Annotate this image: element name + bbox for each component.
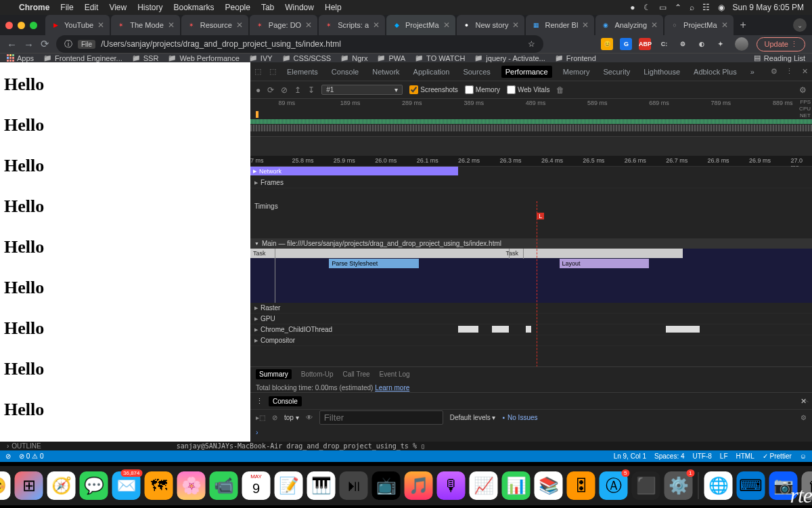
browser-tab[interactable]: ○ProjectMa✕ — [664, 15, 734, 35]
devtools-panel-tab[interactable]: Network — [369, 64, 402, 80]
battery-icon[interactable]: ▭ — [659, 3, 667, 12]
gpu-track[interactable]: GPU — [250, 314, 812, 324]
vscode-terminal[interactable]: sanjay@SANJAYs-MacBook-Air drag_and_drop… — [177, 442, 425, 450]
dock-app-icon[interactable]: Ⓐ5 — [600, 471, 628, 500]
bookmark-star-icon[interactable]: ☆ — [528, 39, 535, 49]
back-button[interactable]: ← — [7, 39, 17, 50]
dock-app-icon[interactable]: 🎛 — [567, 471, 595, 500]
control-center-icon[interactable]: ☷ — [702, 3, 710, 12]
bookmark-folder[interactable]: jquery - Activate... — [474, 54, 545, 62]
status-icon[interactable]: ● — [630, 3, 635, 12]
frames-track[interactable]: Frames — [250, 177, 812, 188]
menu-window[interactable]: Window — [285, 3, 314, 12]
vscode-lang[interactable]: HTML — [736, 452, 754, 460]
browser-tab[interactable]: ▶YouTube✕ — [45, 15, 110, 35]
perf-settings-icon[interactable]: ⚙ — [799, 85, 807, 95]
menu-view[interactable]: View — [109, 3, 127, 12]
task-bar-1[interactable]: Task — [250, 249, 503, 258]
vscode-outline[interactable]: › OUTLINE — [7, 442, 41, 450]
console-clear-icon[interactable]: ⊘ — [272, 414, 277, 421]
forward-button[interactable]: → — [24, 39, 34, 50]
maximize-window-button[interactable] — [30, 22, 37, 29]
extension-icon[interactable]: ◐ — [696, 38, 708, 50]
search-icon[interactable]: ⌕ — [690, 3, 694, 12]
flame-ruler[interactable]: 7 ms25.8 ms25.9 ms26.0 ms26.1 ms26.2 ms2… — [250, 156, 812, 167]
dock-app-icon[interactable]: 📊 — [502, 471, 531, 500]
dock-app-icon[interactable]: 🌐 — [704, 471, 733, 500]
dock-app-icon[interactable]: 🎵 — [405, 471, 433, 500]
webvitals-checkbox[interactable]: Web Vitals — [507, 85, 549, 94]
screenshots-checkbox[interactable]: Screenshots — [409, 85, 458, 94]
new-tab-button[interactable]: + — [735, 19, 752, 31]
minimize-window-button[interactable] — [18, 22, 25, 29]
dock-app-icon[interactable]: ✉️36,874 — [112, 471, 141, 500]
bookmark-folder[interactable]: Web Performance — [168, 54, 239, 62]
dock-app-icon[interactable]: 😊 — [0, 471, 11, 500]
overview-timeline[interactable]: 89 ms189 ms289 ms389 ms489 ms589 ms689 m… — [250, 99, 812, 137]
page-info-icon[interactable]: ⓘ — [64, 39, 72, 50]
console-settings-icon[interactable]: ⚙ — [800, 414, 807, 421]
raster-track[interactable]: Raster — [250, 303, 812, 314]
layout-bar[interactable]: Layout — [560, 259, 650, 268]
dock-app-icon[interactable]: 🎹 — [307, 471, 336, 500]
dock-app-icon[interactable]: 🗺 — [145, 471, 173, 500]
devtools-panel-tab[interactable]: Performance — [501, 66, 552, 78]
dock-app-icon[interactable]: 📺 — [372, 471, 401, 500]
devtools-menu-icon[interactable]: ⋮ — [786, 67, 793, 76]
console-tab[interactable]: Console — [269, 396, 302, 406]
parse-stylesheet-bar[interactable]: Parse Stylesheet — [329, 259, 419, 268]
dnd-icon[interactable]: ☾ — [644, 3, 651, 12]
wifi-icon[interactable]: ⌃ — [675, 3, 681, 12]
siri-icon[interactable]: ◉ — [718, 3, 725, 12]
tab-close-icon[interactable]: ✕ — [97, 20, 104, 30]
dock-app-icon[interactable]: 📈 — [470, 471, 498, 500]
memory-checkbox[interactable]: Memory — [465, 85, 500, 94]
browser-tab[interactable]: ✶Resource✕ — [181, 15, 248, 35]
vscode-prettier[interactable]: ✓ Prettier — [763, 452, 792, 460]
devtools-panel-tab[interactable]: Security — [600, 64, 633, 80]
menu-bookmarks[interactable]: Bookmarks — [174, 3, 215, 12]
dock-app-icon[interactable]: ⏯ — [340, 471, 368, 500]
vscode-eol[interactable]: LF — [720, 452, 728, 460]
devtools-panel-tab[interactable]: Elements — [284, 64, 321, 80]
devtools-close-icon[interactable]: ✕ — [802, 67, 808, 76]
vscode-encoding[interactable]: UTF-8 — [693, 452, 712, 460]
clear-button[interactable]: ⊘ — [281, 85, 288, 95]
tab-close-icon[interactable]: ✕ — [168, 20, 175, 30]
extension-icon[interactable]: G — [620, 38, 632, 50]
tab-close-icon[interactable]: ✕ — [582, 20, 589, 30]
calltree-tab[interactable]: Call Tree — [343, 371, 370, 378]
console-sidebar-icon[interactable]: ▸⬚ — [256, 414, 265, 421]
profile-selector[interactable]: #1 ▾ — [321, 85, 403, 95]
main-track-header[interactable]: Main — file:///Users/sanjay/projects/dra… — [250, 238, 812, 249]
console-menu-icon[interactable]: ⋮ — [256, 397, 263, 406]
eye-icon[interactable]: 👁 — [306, 414, 313, 421]
browser-tab[interactable]: ▦Render Bl✕ — [526, 15, 594, 35]
dock-app-icon[interactable]: MAY9 — [242, 471, 271, 500]
dock-app-icon[interactable]: ⚙️1 — [664, 471, 693, 500]
browser-tab[interactable]: ●New story✕ — [457, 15, 525, 35]
extension-icon[interactable]: 😊 — [601, 38, 613, 50]
apps-button[interactable]: Apps — [7, 54, 34, 62]
vscode-cursor-pos[interactable]: Ln 9, Col 1 — [614, 452, 646, 460]
learn-more-link[interactable]: Learn more — [375, 384, 409, 391]
menu-file[interactable]: File — [60, 3, 73, 12]
inspect-icon[interactable]: ⬚ — [254, 67, 261, 76]
dock-app-icon[interactable]: ⬛ — [632, 471, 660, 500]
extension-icon[interactable]: ABP — [639, 38, 651, 50]
bookmark-folder[interactable]: Frontend — [555, 54, 596, 62]
devtools-panel-tab[interactable]: Sources — [460, 64, 493, 80]
reload-record-button[interactable]: ⟳ — [267, 85, 274, 95]
no-issues-badge[interactable]: ▪ No Issues — [503, 414, 538, 421]
reading-list-button[interactable]: ▤ Reading List — [754, 54, 805, 62]
menu-help[interactable]: Help — [325, 3, 342, 12]
bottomup-tab[interactable]: Bottom-Up — [301, 371, 334, 378]
vscode-feedback-icon[interactable]: ☺ — [800, 452, 807, 460]
dock-app-icon[interactable]: 📹 — [210, 471, 238, 500]
dock-app-icon[interactable]: 🧭 — [47, 471, 76, 500]
menu-edit[interactable]: Edit — [85, 3, 99, 12]
menu-tab[interactable]: Tab — [261, 3, 274, 12]
bookmark-folder[interactable]: PWA — [377, 54, 405, 62]
network-bar[interactable]: ▶Network — [250, 167, 458, 175]
save-button[interactable]: ↧ — [308, 85, 315, 95]
